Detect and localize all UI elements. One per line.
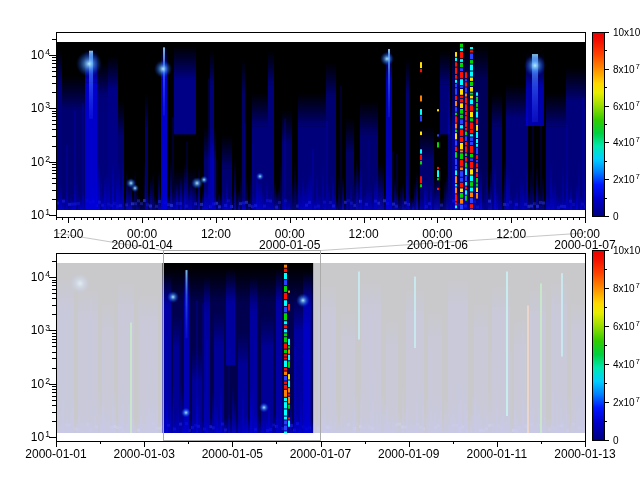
y-tick-label: 102 [31, 378, 50, 390]
x-date-label: 2000-01-01 [25, 448, 86, 460]
x-date-label: 2000-01-07 [554, 239, 615, 251]
x-date-label: 2000-01-03 [113, 448, 174, 460]
y-tick-label: 103 [31, 102, 50, 114]
colorbar-tick-label: 6x107 [613, 322, 640, 332]
x-date-label: 2000-01-06 [407, 239, 468, 251]
x-tick-label: 12:00 [201, 228, 231, 240]
y-tick-label: 101 [31, 209, 50, 221]
selection-box[interactable] [163, 250, 321, 441]
y-tick-label: 102 [31, 156, 50, 168]
colorbar-tick-label: 10x107 [613, 28, 640, 38]
x-date-label: 2000-01-09 [378, 448, 439, 460]
x-date-label: 2000-01-11 [467, 448, 528, 460]
y-tick-label: 103 [31, 324, 50, 336]
spectrogram-figure: 12:0000:002000-01-0412:0000:002000-01-05… [0, 0, 640, 480]
x-tick-label: 12:00 [496, 228, 526, 240]
x-date-label: 2000-01-05 [202, 448, 263, 460]
x-tick-label: 12:00 [53, 228, 83, 240]
x-date-label: 2000-01-13 [554, 448, 615, 460]
y-tick-label: 101 [31, 431, 50, 443]
colorbar-tick-label: 8x107 [613, 65, 640, 75]
x-date-label: 2000-01-07 [290, 448, 351, 460]
colorbar-tick-label: 2x107 [613, 398, 640, 408]
colorbar-tick-label: 0 [613, 212, 619, 222]
colorbar-tick-label: 0 [613, 436, 619, 446]
top-spectrogram-plot[interactable] [56, 32, 585, 217]
x-tick-label: 12:00 [349, 228, 379, 240]
y-tick-label: 104 [31, 271, 50, 283]
y-tick-label: 104 [31, 49, 50, 61]
colorbar-tick-label: 4x107 [613, 360, 640, 370]
x-date-label: 2000-01-05 [259, 239, 320, 251]
x-date-label: 2000-01-04 [111, 239, 172, 251]
colorbar-tick-label: 10x107 [613, 246, 640, 256]
colorbar-tick-label: 8x107 [613, 284, 640, 294]
colorbar-tick-label: 2x107 [613, 175, 640, 185]
colorbar-tick-label: 4x107 [613, 138, 640, 148]
colorbar-tick-label: 6x107 [613, 102, 640, 112]
